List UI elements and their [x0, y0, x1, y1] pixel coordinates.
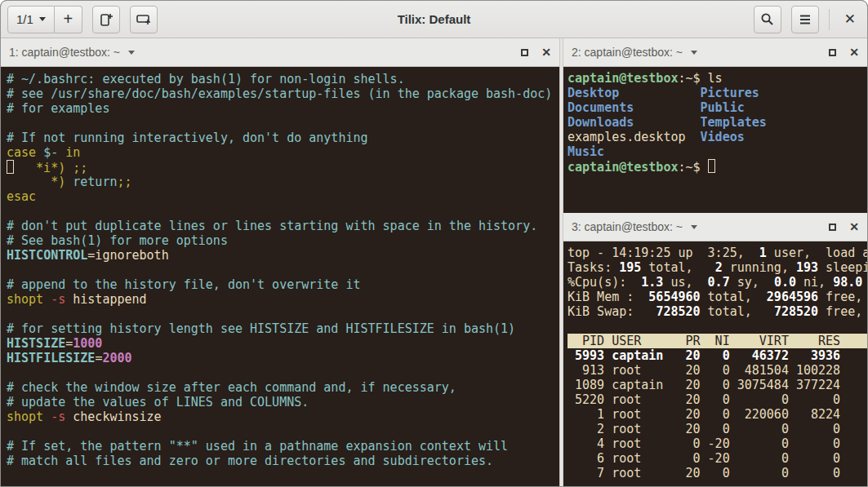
main-menu-button[interactable]: [791, 6, 819, 33]
terminal-line: [7, 307, 559, 321]
pane-1-menu-chevron-icon[interactable]: [128, 51, 135, 55]
terminal-cursor: [708, 159, 715, 173]
terminal-line: Music: [568, 144, 867, 159]
terminal-line: *) return;;: [7, 175, 559, 189]
pane-3-title: 3: captain@testbox: ~: [572, 220, 683, 233]
terminal-line: Documents Public: [568, 100, 867, 115]
plus-icon: +: [64, 11, 73, 27]
window-close-icon: ✕: [844, 11, 856, 27]
terminal-line: 1 root 20 0 220060 8224: [568, 407, 867, 422]
terminal-line: [7, 263, 559, 277]
terminal-2-screen[interactable]: captain@testbox:~$ lsDesktop PicturesDoc…: [563, 67, 867, 213]
terminal-line: case $- in: [7, 145, 559, 160]
split-down-icon: [136, 12, 152, 27]
terminal-line: # ~/.bashrc: executed by bash(1) for non…: [7, 72, 559, 86]
new-session-button[interactable]: +: [55, 6, 82, 33]
terminal-line: %Cpu(s): 1.3 us, 0.7 sy, 0.0 ni, 98.0: [568, 275, 867, 290]
search-icon: [760, 12, 774, 26]
terminal-line: # match all files and zero or more direc…: [7, 454, 559, 468]
terminal-line: captain@testbox:~$: [568, 159, 867, 174]
terminal-line: KiB Mem : 5654960 total, 2964596 free,: [568, 290, 867, 304]
pane-2-titlebar[interactable]: 2: captain@testbox: ~ ✕: [563, 38, 867, 67]
pane-1-maximize-icon[interactable]: [521, 49, 528, 56]
pane-1-titlebar[interactable]: 1: captain@testbox: ~ ✕: [1, 38, 559, 67]
tilix-window: Tilix: Default 1/1 +: [0, 0, 868, 487]
session-button-group: 1/1 +: [7, 6, 82, 33]
headerbar-left-controls: 1/1 +: [7, 6, 158, 33]
terminal-line: KiB Swap: 728520 total, 728520 free,: [568, 304, 867, 319]
right-column: 2: captain@testbox: ~ ✕ captain@testbox:…: [563, 38, 867, 487]
split-right-icon: [99, 12, 114, 27]
pane-2-maximize-icon[interactable]: [829, 49, 836, 56]
headerbar: Tilix: Default 1/1 +: [1, 1, 867, 38]
terminal-line: # check the window size after each comma…: [7, 380, 559, 395]
terminal-line: 2 root 20 0 0 0: [568, 422, 867, 436]
window-close-button[interactable]: ✕: [839, 11, 861, 28]
session-area: 1: captain@testbox: ~ ✕ # ~/.bashrc: exe…: [1, 38, 867, 487]
terminal-line: 6 root 0 -20 0 0: [568, 451, 867, 466]
headerbar-separator: [829, 9, 830, 30]
terminal-line: # for examples: [7, 101, 559, 116]
session-indicator: 1/1: [16, 12, 33, 26]
terminal-line: HISTSIZE=1000: [7, 336, 559, 351]
terminal-line: 7 root 20 0 0 0: [568, 466, 867, 480]
pane-3-maximize-icon[interactable]: [829, 224, 836, 231]
terminal-line: shopt -s checkwinsize: [7, 410, 559, 424]
terminal-pane-2: 2: captain@testbox: ~ ✕ captain@testbox:…: [563, 38, 867, 213]
terminal-line: [568, 319, 867, 334]
terminal-line: Tasks: 195 total, 2 running, 193 sleepi: [568, 260, 867, 275]
pane-2-menu-chevron-icon[interactable]: [691, 51, 697, 55]
terminal-line: # If not running interactively, don't do…: [7, 131, 559, 145]
headerbar-right-controls: ✕: [754, 6, 861, 33]
terminal-line: examples.desktop Videos: [568, 130, 867, 144]
split-right-button[interactable]: [92, 6, 120, 33]
pane-3-titlebar[interactable]: 3: captain@testbox: ~ ✕: [563, 213, 867, 241]
terminal-3-screen[interactable]: top - 14:19:25 up 3:25, 1 user, load aTa…: [563, 241, 867, 487]
terminal-line: shopt -s histappend: [7, 292, 559, 307]
terminal-line: *i*) ;;: [7, 160, 559, 175]
terminal-pane-1: 1: captain@testbox: ~ ✕ # ~/.bashrc: exe…: [1, 38, 559, 487]
terminal-line: PID USER PR NI VIRT RES: [568, 334, 867, 348]
vim-statusline: 7,1 Top: [7, 471, 559, 485]
terminal-line: # See bash(1) for more options: [7, 233, 559, 248]
terminal-line: Desktop Pictures: [568, 86, 867, 100]
terminal-line: # see /usr/share/doc/bash/examples/start…: [7, 86, 559, 101]
pane-3-close-icon[interactable]: ✕: [849, 220, 859, 233]
search-button[interactable]: [754, 6, 781, 33]
terminal-line: [7, 424, 559, 439]
terminal-line: # append to the history file, don't over…: [7, 277, 559, 292]
pane-3-menu-chevron-icon[interactable]: [691, 225, 697, 229]
terminal-line: 5993 captain 20 0 46372 3936: [568, 348, 867, 363]
terminal-line: captain@testbox:~$ ls: [568, 71, 867, 86]
chevron-down-icon: [39, 17, 46, 21]
terminal-1-screen[interactable]: # ~/.bashrc: executed by bash(1) for non…: [1, 67, 559, 487]
terminal-line: 913 root 20 0 481504 100228: [568, 363, 867, 378]
pane-1-close-icon[interactable]: ✕: [541, 46, 551, 59]
terminal-line: Downloads Templates: [568, 115, 867, 130]
terminal-line: HISTFILESIZE=2000: [7, 351, 559, 365]
terminal-line: # for setting history length see HISTSIZ…: [7, 321, 559, 336]
terminal-line: HISTCONTROL=ignoreboth: [7, 248, 559, 263]
terminal-line: [7, 204, 559, 219]
hamburger-menu-icon: [799, 14, 812, 25]
terminal-line: 4 root 0 -20 0 0: [568, 436, 867, 451]
pane-1-title: 1: captain@testbox: ~: [9, 46, 120, 59]
terminal-line: 1089 captain 20 0 3075484 377224: [568, 378, 867, 392]
terminal-line: # don't put duplicate lines or lines sta…: [7, 219, 559, 233]
terminal-line: [7, 365, 559, 380]
terminal-line: top - 14:19:25 up 3:25, 1 user, load a: [568, 246, 867, 260]
terminal-cursor: [7, 160, 14, 174]
terminal-line: 5220 root 20 0 0 0: [568, 392, 867, 407]
terminal-line: esac: [7, 189, 559, 204]
terminal-line: [7, 116, 559, 131]
terminal-line: # If set, the pattern "**" used in a pat…: [7, 439, 559, 454]
pane-2-close-icon[interactable]: ✕: [849, 46, 859, 59]
split-down-button[interactable]: [130, 6, 158, 33]
pane-2-title: 2: captain@testbox: ~: [572, 46, 683, 59]
session-selector-button[interactable]: 1/1: [7, 6, 55, 33]
terminal-pane-3: 3: captain@testbox: ~ ✕ top - 14:19:25 u…: [563, 213, 867, 487]
terminal-line: # update the values of LINES and COLUMNS…: [7, 395, 559, 410]
